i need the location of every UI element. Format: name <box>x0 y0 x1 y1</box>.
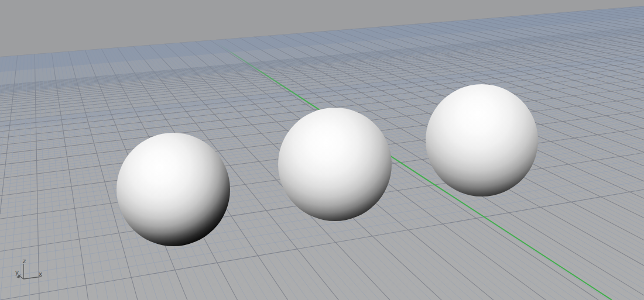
viewport-canvas: z x y <box>0 0 644 300</box>
3d-viewport[interactable]: z x y <box>0 0 644 300</box>
sphere-right[interactable] <box>426 84 538 196</box>
sphere-left[interactable] <box>117 133 230 246</box>
gizmo-z-label: z <box>23 257 26 265</box>
gizmo-y-label: y <box>15 268 19 276</box>
gizmo-x-label: x <box>39 270 43 278</box>
sphere-middle[interactable] <box>278 108 392 221</box>
